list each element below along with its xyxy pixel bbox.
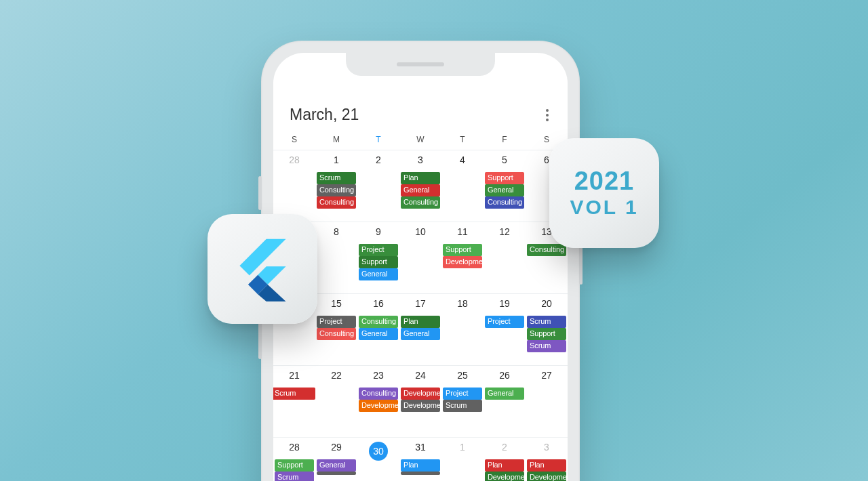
calendar-event[interactable]: Project <box>359 244 398 256</box>
volume-release-card: 2021 VOL 1 <box>549 138 659 248</box>
calendar-day-cell[interactable]: 22 <box>315 365 357 437</box>
weekday-col: M <box>315 131 357 150</box>
calendar-day-cell[interactable]: 16ConsultingGeneral <box>357 293 399 365</box>
calendar-day-cell[interactable]: 23ConsultingDevelopme <box>357 365 399 437</box>
calendar-event[interactable]: Scrum <box>317 172 356 184</box>
calendar-event[interactable]: Consulting <box>485 196 524 209</box>
calendar-event[interactable]: Support <box>359 256 398 268</box>
calendar-event[interactable]: Consulting <box>401 196 440 209</box>
volume-label: VOL 1 <box>570 196 638 218</box>
calendar-day-cell[interactable]: 9ProjectSupportGeneral <box>357 222 399 293</box>
calendar-event[interactable]: General <box>317 459 356 472</box>
calendar-day-cell[interactable]: 15ProjectConsulting <box>315 293 357 365</box>
day-number: 23 <box>357 370 399 381</box>
calendar-event[interactable]: Consulting <box>317 196 356 209</box>
calendar-event[interactable] <box>317 472 356 475</box>
more-menu-icon[interactable] <box>543 106 551 124</box>
calendar-event[interactable]: Developme <box>485 472 524 481</box>
calendar-day-cell[interactable]: 31Plan <box>399 437 441 481</box>
volume-release-text: 2021 VOL 1 <box>570 168 638 217</box>
day-number: 3 <box>399 154 441 165</box>
calendar-day-cell[interactable]: 27 <box>526 365 568 437</box>
day-number: 28 <box>273 154 315 165</box>
calendar-event[interactable]: Developme <box>443 256 482 268</box>
calendar-event[interactable]: Scrum <box>527 316 566 328</box>
day-number: 16 <box>357 298 399 309</box>
calendar-day-cell[interactable]: 18 <box>441 293 484 365</box>
calendar-day-cell[interactable]: 28 <box>273 150 315 222</box>
calendar-event[interactable]: Support <box>443 244 482 256</box>
calendar-event[interactable]: Scrum <box>273 388 315 400</box>
calendar-day-cell[interactable]: 4 <box>441 150 484 222</box>
day-number: 4 <box>441 154 484 165</box>
calendar-day-cell[interactable]: 20ScrumSupportScrum <box>526 293 568 365</box>
calendar-day-cell[interactable]: 1 <box>441 437 484 481</box>
calendar-day-cell[interactable]: 3PlanDevelopme <box>526 437 568 481</box>
calendar-day-cell[interactable]: 30 <box>357 437 399 481</box>
calendar-event[interactable]: Developme <box>401 388 440 400</box>
calendar-event[interactable]: General <box>401 184 440 196</box>
calendar-day-cell[interactable]: 24DevelopmeDevelopme <box>399 365 441 437</box>
calendar-event[interactable]: Developme <box>527 472 566 481</box>
day-number: 5 <box>484 154 526 165</box>
calendar-day-cell[interactable]: 2 <box>357 150 399 222</box>
calendar-event[interactable]: General <box>485 388 524 400</box>
calendar-day-cell[interactable]: 26General <box>484 365 526 437</box>
calendar-day-cell[interactable]: 8 <box>315 222 357 293</box>
calendar-event[interactable]: Plan <box>527 459 566 472</box>
calendar-grid: 281ScrumConsultingConsulting23PlanGenera… <box>273 150 568 481</box>
calendar-day-cell[interactable]: 21Scrum <box>273 365 315 437</box>
day-number: 24 <box>399 370 441 381</box>
calendar-day-cell[interactable]: 1ScrumConsultingConsulting <box>315 150 357 222</box>
flutter-logo-icon <box>230 236 295 301</box>
calendar-event[interactable]: Plan <box>401 459 440 472</box>
calendar-event[interactable]: Consulting <box>527 244 566 256</box>
calendar-event[interactable]: Plan <box>485 459 524 472</box>
calendar-event[interactable]: Developme <box>359 400 398 412</box>
calendar-event[interactable]: Plan <box>401 172 440 184</box>
calendar-day-cell[interactable]: 12 <box>484 222 526 293</box>
day-number: 19 <box>484 298 526 309</box>
day-number: 10 <box>399 226 441 237</box>
day-number: 17 <box>399 298 441 309</box>
calendar-event[interactable]: Scrum <box>527 340 566 352</box>
calendar-event[interactable]: Scrum <box>443 400 482 412</box>
calendar-event[interactable]: General <box>485 184 524 196</box>
calendar-day-cell[interactable]: 29General <box>315 437 357 481</box>
calendar-day-cell[interactable]: 2PlanDevelopme <box>484 437 526 481</box>
calendar-day-cell[interactable]: 10 <box>399 222 441 293</box>
calendar-day-cell[interactable]: 19Project <box>484 293 526 365</box>
calendar-event[interactable] <box>401 472 440 475</box>
calendar-event[interactable]: General <box>359 268 398 280</box>
calendar-day-cell[interactable]: 11SupportDevelopme <box>441 222 484 293</box>
calendar-event[interactable]: Consulting <box>359 316 398 328</box>
calendar-event[interactable]: Consulting <box>359 388 398 400</box>
calendar-event[interactable]: Support <box>275 459 314 472</box>
day-number: 30 <box>357 442 399 461</box>
day-number: 31 <box>399 442 441 453</box>
calendar-event[interactable]: Project <box>485 316 524 328</box>
weekday-col: T <box>441 131 484 150</box>
calendar-day-cell[interactable]: 25ProjectScrum <box>441 365 484 437</box>
flutter-logo-card <box>208 214 317 324</box>
calendar-day-cell[interactable]: 17PlanGeneral <box>399 293 441 365</box>
calendar-event[interactable]: Project <box>443 388 482 400</box>
phone-notch <box>346 53 495 76</box>
calendar-event[interactable]: Scrum <box>275 472 314 481</box>
calendar-event[interactable]: General <box>359 328 398 340</box>
day-number: 21 <box>273 370 315 381</box>
calendar-day-cell[interactable]: 3PlanGeneralConsulting <box>399 150 441 222</box>
weekday-col: W <box>399 131 441 150</box>
calendar-day-cell[interactable]: 5SupportGeneralConsulting <box>484 150 526 222</box>
calendar-event[interactable]: Consulting <box>317 184 356 196</box>
calendar-event[interactable]: Consulting <box>317 328 356 340</box>
month-title[interactable]: March, 21 <box>290 106 359 124</box>
day-number: 2 <box>484 442 526 453</box>
calendar-event[interactable]: Support <box>485 172 524 184</box>
calendar-event[interactable]: Project <box>317 316 356 328</box>
calendar-event[interactable]: Support <box>527 328 566 340</box>
calendar-event[interactable]: Developme <box>401 400 440 412</box>
calendar-day-cell[interactable]: 28SupportScrum <box>273 437 315 481</box>
calendar-event[interactable]: General <box>401 328 440 340</box>
calendar-event[interactable]: Plan <box>401 316 440 328</box>
